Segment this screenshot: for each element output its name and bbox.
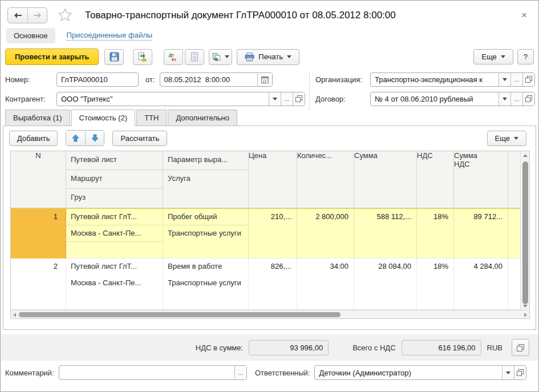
cost-tab-panel: Добавить Рассчитать Еще: [3, 126, 536, 330]
col-header-vat[interactable]: НДС: [417, 151, 454, 208]
back-arrow-icon: [13, 12, 22, 19]
col-header-vat-sum[interactable]: Сумма НДС: [454, 151, 508, 208]
col-header-waybill-group[interactable]: Путевой лист Маршрут Груз: [66, 151, 163, 208]
chevron-down-icon: [287, 55, 291, 58]
scroll-up-icon[interactable]: [523, 154, 528, 157]
more-button-label: Еще: [481, 52, 496, 61]
col-header-n[interactable]: N: [11, 151, 66, 208]
print-button[interactable]: Печать: [237, 49, 299, 65]
table-row[interactable]: 1 Путевой лист ГлТ... Москва - Санкт-Пе.…: [11, 208, 520, 258]
vertical-scrollbar[interactable]: [520, 151, 529, 310]
organization-dropdown-button[interactable]: [499, 73, 510, 86]
row-number-cell: 1: [11, 209, 66, 258]
nav-item-main[interactable]: Основное: [6, 28, 55, 43]
col-header-sum[interactable]: Сумма: [354, 151, 417, 208]
chevron-down-icon: [514, 137, 518, 140]
col-header-qty[interactable]: Количес...: [297, 151, 354, 208]
save-button[interactable]: [104, 49, 124, 65]
counterparty-choose-button[interactable]: ...: [281, 92, 293, 106]
counterparty-dropdown-button[interactable]: [269, 92, 281, 106]
help-button[interactable]: ?: [517, 49, 534, 64]
sum-cell[interactable]: 28 084,00: [354, 258, 417, 309]
contract-label: Договор:: [315, 95, 370, 103]
col-header-param: Параметр выра...: [163, 151, 248, 170]
organization-input[interactable]: [371, 73, 499, 86]
service-value: Транспортные услуги: [163, 225, 248, 238]
arrow-down-icon: [91, 134, 99, 142]
waybill-cell[interactable]: Путевой лист ГлТ... Москва - Санкт-Пе...: [66, 209, 163, 258]
vat-sum-cell[interactable]: 89 712...: [454, 209, 508, 258]
horizontal-scroll-thumb[interactable]: [19, 312, 341, 317]
comment-choose-button[interactable]: ...: [234, 366, 246, 379]
post-and-close-button[interactable]: Провести и закрыть: [5, 49, 99, 65]
close-button[interactable]: ×: [518, 9, 530, 21]
param-cell[interactable]: Время в работе Транспортные услуги: [163, 258, 249, 309]
dr-cr-button[interactable]: Дт Кт: [164, 49, 183, 65]
scroll-right-icon[interactable]: [524, 313, 527, 317]
vat-cell[interactable]: 18%: [417, 209, 454, 258]
table-command-bar: Добавить Рассчитать Еще: [3, 126, 536, 149]
contract-choose-button[interactable]: ...: [510, 92, 522, 106]
organization-field-group: ...: [370, 72, 535, 87]
currency-open-button[interactable]: [512, 339, 529, 356]
tab-additional[interactable]: Дополнительно: [168, 110, 237, 126]
document-register-button[interactable]: [185, 49, 204, 65]
responsible-input[interactable]: [315, 366, 502, 379]
vertical-scroll-thumb[interactable]: [522, 161, 528, 304]
responsible-dropdown-button[interactable]: [502, 366, 514, 379]
price-cell[interactable]: 826,...: [249, 258, 297, 309]
create-linked-button[interactable]: [209, 49, 232, 65]
cost-table: N Путевой лист Маршрут Груз Параметр выр…: [10, 151, 530, 319]
back-button[interactable]: [8, 8, 27, 23]
date-input[interactable]: [160, 73, 257, 86]
forward-button[interactable]: [27, 8, 47, 23]
tab-ttn[interactable]: ТТН: [136, 110, 167, 126]
table-more-button[interactable]: Еще: [487, 131, 526, 146]
param-value: Пробег общий: [163, 209, 248, 225]
chevron-down-icon: [273, 98, 277, 100]
col-header-param-group[interactable]: Параметр выра... Услуга: [163, 151, 249, 208]
vat-sum-cell[interactable]: 4 284,00: [454, 258, 508, 309]
contract-open-button[interactable]: [522, 92, 534, 106]
calculate-button[interactable]: Рассчитать: [112, 131, 167, 146]
dr-cr-icon: Дт Кт: [168, 52, 179, 62]
number-input[interactable]: [57, 73, 138, 86]
move-row-up-button[interactable]: [66, 131, 85, 146]
nav-item-attachments[interactable]: Присоединенные файлы: [67, 31, 153, 41]
move-row-down-button[interactable]: [85, 131, 104, 146]
horizontal-scrollbar[interactable]: [11, 310, 529, 318]
table-row[interactable]: 2 Путевой лист ГлТ... Москва - Санкт-Пе.…: [11, 258, 520, 310]
organization-choose-button[interactable]: ...: [510, 73, 522, 86]
counterparty-input[interactable]: [57, 92, 269, 106]
col-header-price[interactable]: Цена: [249, 151, 297, 208]
calendar-button[interactable]: [257, 73, 272, 86]
organization-open-button[interactable]: [522, 73, 534, 86]
scroll-left-icon[interactable]: [13, 313, 16, 317]
responsible-open-button[interactable]: [514, 366, 526, 379]
tab-production[interactable]: Выработка (1): [5, 110, 70, 126]
chevron-down-icon: [501, 55, 505, 58]
responsible-field-group: [314, 365, 526, 380]
sum-cell[interactable]: 588 112,...: [354, 209, 417, 258]
col-header-service: Услуга: [163, 170, 248, 187]
chevron-down-icon: [502, 78, 507, 81]
contract-input[interactable]: [371, 92, 499, 106]
row-filler: [508, 209, 520, 258]
favorite-star-button[interactable]: [58, 8, 72, 22]
date-field-group: [160, 72, 273, 87]
post-document-button[interactable]: [133, 49, 152, 65]
waybill-cell[interactable]: Путевой лист ГлТ... Москва - Санкт-Пе...: [66, 258, 163, 309]
tab-cost[interactable]: Стоимость (2): [71, 110, 136, 126]
contract-dropdown-button[interactable]: [499, 92, 510, 106]
toolbar-more-button[interactable]: Еще: [473, 49, 513, 64]
qty-cell[interactable]: 2 800,000: [297, 209, 354, 258]
qty-cell[interactable]: 34:00: [297, 258, 354, 309]
add-row-button[interactable]: Добавить: [9, 131, 58, 146]
printer-icon: [245, 52, 254, 62]
comment-input[interactable]: [59, 366, 234, 379]
param-cell[interactable]: Пробег общий Транспортные услуги: [163, 209, 249, 258]
counterparty-open-button[interactable]: [293, 92, 305, 106]
price-cell[interactable]: 210,...: [249, 209, 297, 258]
scroll-down-icon[interactable]: [523, 305, 528, 308]
vat-cell[interactable]: 18%: [417, 258, 454, 309]
